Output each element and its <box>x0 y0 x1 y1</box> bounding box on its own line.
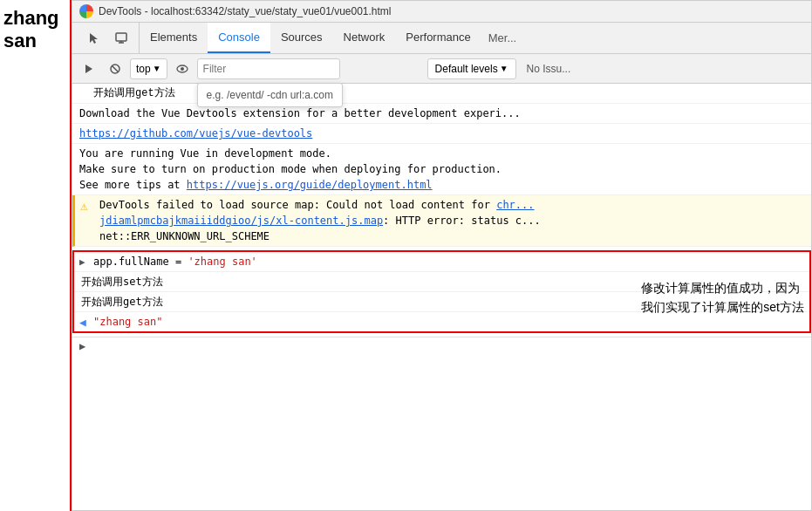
tab-more[interactable]: Mer... <box>481 24 524 51</box>
console-line-vuemode: You are running Vue in development mode.… <box>72 144 811 195</box>
run-script-button[interactable] <box>78 58 100 80</box>
filter-tooltip: e.g. /eventd/ -cdn url:a.com <box>197 83 343 107</box>
block-button[interactable] <box>104 58 126 80</box>
svg-marker-3 <box>85 65 92 73</box>
console-input[interactable] <box>93 339 268 351</box>
tab-sources[interactable]: Sources <box>270 23 333 53</box>
tab-console[interactable]: Console <box>208 23 270 53</box>
red-bordered-block: ▶ app.fullName = 'zhang san' 开始调用set方法 开… <box>72 250 811 333</box>
left-label-container: zhang san <box>0 0 72 511</box>
toolbar: top ▼ e.g. /eventd/ -cdn url:a.com Defau… <box>72 54 811 84</box>
console-line-link1: https://github.com/vuejs/vue-devtools <box>72 124 811 144</box>
chrome-ext-link[interactable]: chr... <box>496 199 534 211</box>
no-issues-label: No Issu... <box>520 58 578 79</box>
expand-arrow-icon[interactable]: ▶ <box>79 255 85 270</box>
nav-icons-group <box>76 23 140 53</box>
title-bar: DevTools - localhost:63342/staty_vue/sta… <box>72 1 811 23</box>
chrome-icon <box>79 4 93 18</box>
inspect-icon[interactable] <box>109 26 133 51</box>
deployment-link[interactable]: https://vuejs.org/guide/deployment.html <box>187 179 433 191</box>
js-map-link[interactable]: jdiamlpmcbajkmaiiiddgioo/js/xl-content.j… <box>99 215 383 227</box>
warning-icon: ⚠ <box>80 198 87 214</box>
console-line-warning: ⚠ DevTools failed to load source map: Co… <box>72 195 811 247</box>
filter-input[interactable] <box>197 58 340 79</box>
tab-bar: Elements Console Sources Network Perform… <box>72 23 811 54</box>
console-line-assignment: ▶ app.fullName = 'zhang san' <box>74 252 809 272</box>
default-levels-selector[interactable]: Default levels ▼ <box>427 58 516 79</box>
svg-line-5 <box>113 65 119 72</box>
console-line-download: Download the Vue Devtools extension for … <box>72 104 811 124</box>
console-line-get2: 开始调用get方法 <box>74 292 809 312</box>
page-title: DevTools - localhost:63342/staty_vue/sta… <box>99 5 392 17</box>
svg-rect-0 <box>116 33 126 41</box>
console-prompt: ▶ <box>79 340 85 352</box>
cursor-icon[interactable] <box>81 26 106 51</box>
devtools-panel: DevTools - localhost:63342/staty_vue/sta… <box>72 0 812 511</box>
console-line-return: ◀ "zhang san" <box>74 312 809 331</box>
tab-performance[interactable]: Performance <box>395 23 481 53</box>
return-arrow-icon: ◀ <box>79 315 86 330</box>
zhang-san-label: zhang san <box>3 7 66 52</box>
svg-point-7 <box>181 67 184 71</box>
console-line: 开始调用get方法 <box>72 84 811 104</box>
console-input-line: ▶ <box>72 337 811 353</box>
filter-wrapper: e.g. /eventd/ -cdn url:a.com <box>197 58 424 79</box>
tab-elements[interactable]: Elements <box>140 23 208 53</box>
console-line-set: 开始调用set方法 <box>74 272 809 292</box>
eye-icon[interactable] <box>171 58 194 80</box>
context-selector[interactable]: top ▼ <box>130 58 167 79</box>
console-area: 开始调用get方法 Download the Vue Devtools exte… <box>72 84 811 510</box>
vue-devtools-link[interactable]: https://github.com/vuejs/vue-devtools <box>79 127 312 140</box>
tab-network[interactable]: Network <box>333 23 396 53</box>
console-content: 开始调用get方法 Download the Vue Devtools exte… <box>72 84 811 353</box>
